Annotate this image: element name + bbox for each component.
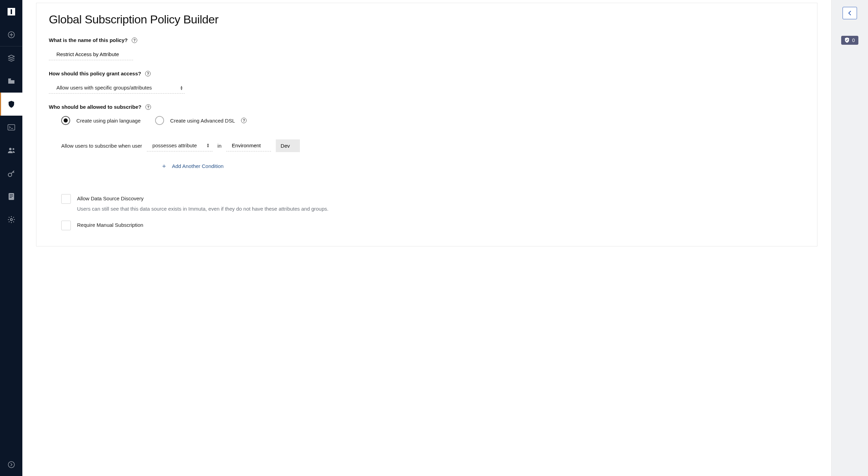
shield-icon [8,101,15,108]
page-title: Global Subscription Policy Builder [49,13,805,26]
layers-icon [8,54,15,62]
rule-operator-select[interactable]: possesses attribute ▴▾ [147,140,213,151]
svg-point-5 [9,148,11,150]
help-icon[interactable]: ? [241,118,247,123]
discovery-helper: Users can still see that this data sourc… [49,206,805,212]
svg-rect-3 [8,78,11,80]
badge-count: 0 [852,38,855,43]
shield-check-icon [845,38,849,43]
sidebar [0,0,22,476]
svg-rect-1 [11,9,12,14]
logo-icon [8,8,15,15]
plus-circle-icon [8,31,15,38]
radio-plain-language[interactable]: Create using plain language [61,116,141,125]
policy-count-badge[interactable]: 0 [841,36,858,45]
radio-dsl-label: Create using Advanced DSL [170,118,235,124]
manual-label: Require Manual Subscription [77,221,143,228]
grant-access-label-row: How should this policy grant access? ? [49,71,805,76]
chevron-left-icon [848,11,851,15]
sidebar-item-docs[interactable] [0,185,22,208]
subscribe-label-row: Who should be allowed to subscribe? ? [49,104,805,110]
sidebar-item-new[interactable] [0,23,22,46]
terminal-icon [8,124,15,130]
sidebar-item-policies[interactable] [0,93,22,116]
radio-icon [61,116,70,125]
rule-joiner: in [217,143,221,149]
manual-checkbox[interactable] [61,221,71,230]
sidebar-item-layers[interactable] [0,46,22,70]
help-icon[interactable]: ? [145,71,151,76]
sort-arrows-icon: ▴▾ [181,85,183,90]
main: Global Subscription Policy Builder What … [22,0,868,476]
svg-point-6 [12,148,14,150]
sidebar-item-keys[interactable] [0,162,22,185]
grant-access-label: How should this policy grant access? [49,71,141,76]
discovery-checkbox[interactable] [61,194,71,204]
grant-access-value: Allow users with specific groups/attribu… [56,85,152,91]
svg-rect-10 [10,196,13,197]
policy-builder-card: Global Subscription Policy Builder What … [36,3,817,246]
sidebar-item-settings[interactable] [0,208,22,231]
radio-icon [155,116,164,125]
add-condition-button[interactable]: ＋ Add Another Condition [49,162,805,170]
right-rail: 0 [831,0,868,476]
help-icon[interactable]: ? [132,38,137,43]
sidebar-item-terminal[interactable] [0,116,22,139]
help-icon[interactable]: ? [145,104,151,110]
rule-operator-value: possesses attribute [152,142,197,148]
rule-key-input[interactable] [226,140,271,151]
subscribe-label: Who should be allowed to subscribe? [49,104,141,110]
discovery-checkbox-row: Allow Data Source Discovery [49,194,805,204]
gear-icon [8,216,15,223]
sidebar-item-collapse[interactable] [0,453,22,476]
users-icon [7,147,15,154]
radio-advanced-dsl[interactable]: Create using Advanced DSL ? [155,116,247,125]
rule-prefix: Allow users to subscribe when user [61,143,142,149]
sidebar-item-users[interactable] [0,139,22,162]
sort-arrows-icon: ▴▾ [207,143,209,148]
policy-name-label-row: What is the name of this policy? ? [49,37,805,43]
svg-point-13 [8,462,14,468]
content-wrap: Global Subscription Policy Builder What … [22,0,831,476]
rule-value-input[interactable] [276,139,300,152]
plus-icon: ＋ [161,162,167,170]
manual-checkbox-row: Require Manual Subscription [49,221,805,230]
add-condition-label: Add Another Condition [172,163,224,169]
rule-row: Allow users to subscribe when user posse… [49,139,805,152]
radio-plain-label: Create using plain language [76,118,141,124]
grant-access-select[interactable]: Allow users with specific groups/attribu… [49,83,185,94]
svg-point-12 [10,219,12,221]
subscribe-mode-radios: Create using plain language Create using… [49,116,805,125]
sidebar-item-folder[interactable] [0,70,22,93]
key-icon [8,170,15,177]
policy-name-input[interactable] [49,49,133,60]
sidebar-item-logo[interactable] [0,0,22,23]
policy-name-label: What is the name of this policy? [49,37,128,43]
discovery-label: Allow Data Source Discovery [77,194,143,201]
collapse-rail-button[interactable] [843,7,857,19]
arrow-right-circle-icon [8,461,15,468]
svg-rect-11 [10,197,12,198]
document-icon [8,193,14,200]
svg-rect-9 [10,194,13,195]
svg-rect-8 [9,193,14,200]
folder-icon [8,78,15,85]
svg-rect-4 [8,125,15,130]
